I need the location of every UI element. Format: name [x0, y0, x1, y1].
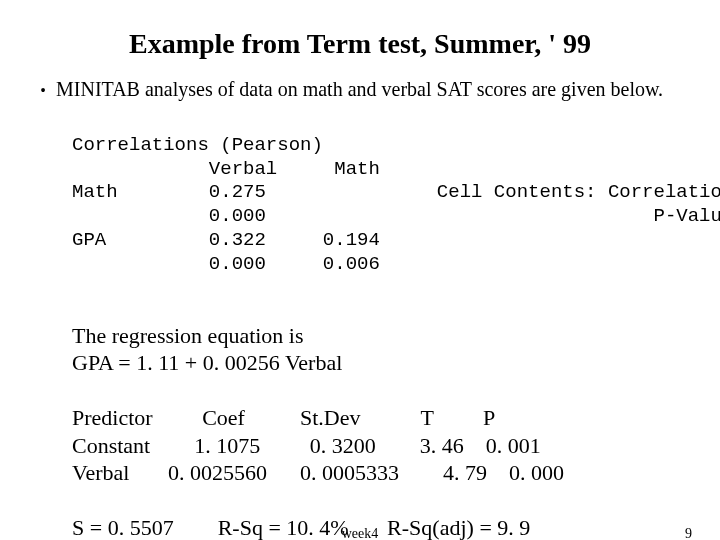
- correlations-block: Correlations (Pearson) Verbal Math Math …: [72, 110, 690, 276]
- mono-line: GPA 0.322 0.194: [72, 229, 380, 251]
- bullet-row: • MINITAB analyses of data on math and v…: [30, 78, 690, 104]
- bullet-dot-icon: •: [30, 78, 56, 104]
- footer-center: week4: [0, 526, 720, 540]
- reg-line: Verbal 0. 0025560 0. 0005333 4. 79 0. 00…: [72, 460, 564, 485]
- mono-line: 0.000 P-Value: [72, 205, 720, 227]
- page-number: 9: [685, 526, 692, 540]
- reg-line: Predictor Coef St.Dev T P: [72, 405, 495, 430]
- reg-line: GPA = 1. 11 + 0. 00256 Verbal: [72, 350, 342, 375]
- mono-line: Math 0.275 Cell Contents: Correlation: [72, 181, 720, 203]
- mono-line: 0.000 0.006: [72, 253, 380, 275]
- reg-line: The regression equation is: [72, 323, 304, 348]
- reg-line: [72, 378, 78, 403]
- mono-line: Verbal Math: [72, 158, 380, 180]
- reg-line: [72, 488, 78, 513]
- slide-title: Example from Term test, Summer, ' 99: [30, 28, 690, 60]
- bullet-text: MINITAB analyses of data on math and ver…: [56, 78, 690, 101]
- mono-line: Correlations (Pearson): [72, 134, 323, 156]
- slide: Example from Term test, Summer, ' 99 • M…: [0, 0, 720, 540]
- reg-line: Constant 1. 1075 0. 3200 3. 46 0. 001: [72, 433, 541, 458]
- regression-block: The regression equation is GPA = 1. 11 +…: [72, 294, 690, 540]
